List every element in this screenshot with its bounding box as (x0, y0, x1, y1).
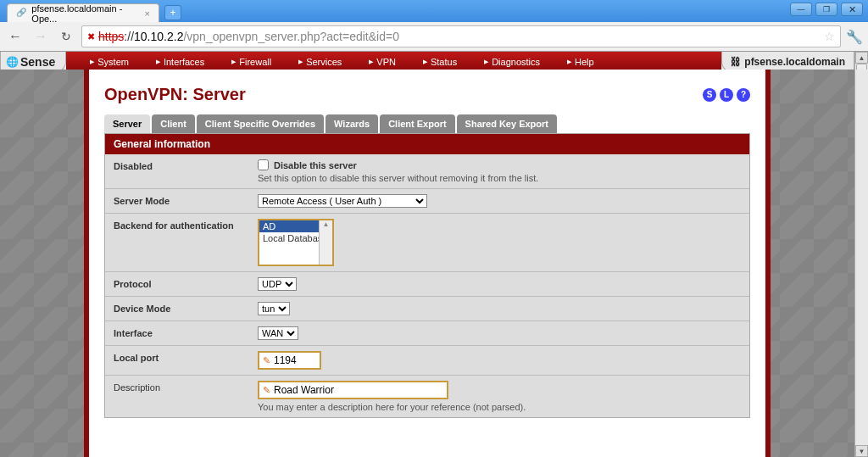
new-tab-button[interactable]: + (164, 5, 181, 20)
browser-chrome: 🔗 pfsense.localdomain - Ope... × + — ❐ ✕… (0, 0, 868, 72)
tab-bar: 🔗 pfsense.localdomain - Ope... × + — ❐ ✕ (0, 0, 868, 22)
nav-menu-status[interactable]: Status (409, 57, 470, 67)
scroll-up-arrow[interactable]: ▲ (855, 52, 868, 64)
nav-menu-firewall[interactable]: Firewall (218, 57, 285, 67)
reload-button[interactable]: ↻ (56, 26, 76, 47)
browser-tab[interactable]: 🔗 pfsense.localdomain - Ope... × (7, 3, 159, 22)
back-button[interactable]: ← (5, 26, 25, 47)
nav-menu-diagnostics[interactable]: Diagnostics (470, 57, 554, 67)
url-input[interactable]: ✖ https://10.10.2.2/vpn_openvpn_server.p… (81, 25, 841, 47)
bookmark-star-icon[interactable]: ☆ (824, 30, 835, 43)
host-icon: ⛓ (731, 56, 741, 68)
window-controls: — ❐ ✕ (790, 3, 863, 16)
page-content: OpenVPN: Server SL? ServerClientClient S… (84, 70, 771, 72)
wrench-icon[interactable]: 🔧 (846, 29, 863, 45)
nav-menu-vpn[interactable]: VPN (355, 57, 409, 67)
ssl-error-icon: ✖ (87, 31, 95, 42)
close-window-button[interactable]: ✕ (841, 3, 863, 16)
close-icon[interactable]: × (145, 8, 150, 19)
address-bar: ← → ↻ ✖ https://10.10.2.2/vpn_openvpn_se… (0, 22, 868, 52)
nav-menu-interfaces[interactable]: Interfaces (142, 57, 218, 67)
nav-menu-services[interactable]: Services (285, 57, 355, 67)
url-text: https://10.10.2.2/vpn_openvpn_server.php… (98, 30, 821, 43)
pfsense-favicon: 🔗 (16, 8, 26, 20)
maximize-button[interactable]: ❐ (815, 3, 837, 16)
tab-title: pfsense.localdomain - Ope... (31, 3, 136, 24)
minimize-button[interactable]: — (790, 3, 812, 16)
nav-menu-help[interactable]: Help (554, 57, 608, 67)
nav-menu-system[interactable]: System (76, 57, 142, 67)
viewport: OpenVPN: Server SL? ServerClientClient S… (0, 70, 868, 72)
forward-button[interactable]: → (31, 26, 51, 47)
pfsense-logo-icon: 🌐 (6, 56, 19, 68)
viewport-scrollbar[interactable]: ▼ (854, 70, 868, 72)
